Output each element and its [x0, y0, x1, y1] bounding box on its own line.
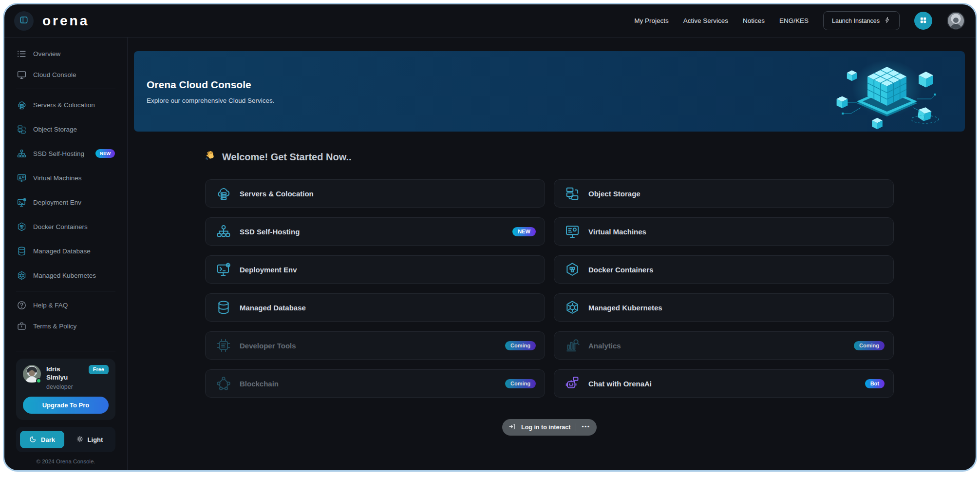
- sidebar-item-label: Deployment Env: [33, 199, 81, 206]
- kubernetes-icon: [564, 299, 581, 316]
- cloud-server-icon: [215, 185, 232, 202]
- top-navbar: orena My ProjectsActive ServicesNoticesE…: [4, 4, 976, 38]
- service-card-managed-database[interactable]: Managed Database: [205, 293, 545, 322]
- sidebar-item-label: Object Storage: [33, 126, 77, 133]
- service-card-virtual-machines[interactable]: Virtual Machines: [554, 217, 894, 246]
- sidebar-item-deployment-env[interactable]: Deployment Env: [16, 190, 115, 214]
- sidebar-avatar: [23, 365, 41, 383]
- sidebar-item-label: Help & FAQ: [33, 302, 68, 309]
- service-card-label: Developer Tools: [240, 342, 296, 350]
- ssd-nodes-icon: [215, 223, 232, 240]
- service-card-deployment-env[interactable]: Deployment Env: [205, 255, 545, 284]
- nav-links: My ProjectsActive ServicesNoticesENG/KES: [634, 17, 809, 24]
- service-card-chat-with-orenaai[interactable]: Chat with OrenaAiBot: [554, 369, 894, 398]
- service-card-label: Virtual Machines: [588, 228, 646, 236]
- theme-light-button[interactable]: Light: [67, 431, 112, 448]
- hero-banner: Orena Cloud Console Explore our comprehe…: [134, 51, 965, 132]
- service-card-label: Managed Database: [240, 304, 306, 312]
- copyright-text: © 2024 Orena Console.: [16, 459, 115, 464]
- robot-icon: [564, 375, 581, 392]
- more-options-icon[interactable]: •••: [582, 424, 590, 431]
- service-card-servers-colocation[interactable]: Servers & Colocation: [205, 179, 545, 208]
- pill-divider: [576, 423, 576, 431]
- sidebar-item-label: Docker Containers: [33, 223, 88, 230]
- nav-link-notices[interactable]: Notices: [743, 17, 765, 24]
- coming-badge: Coming: [854, 341, 885, 350]
- launch-instances-button[interactable]: Launch Instances: [823, 11, 900, 30]
- service-card-blockchain: BlockchainComing: [205, 369, 545, 398]
- orena-logo: orena: [42, 14, 89, 28]
- service-card-managed-kubernetes[interactable]: Managed Kubernetes: [554, 293, 894, 322]
- panel-toggle-icon: [19, 15, 29, 26]
- online-status-dot: [36, 378, 41, 383]
- service-card-label: Servers & Colocation: [240, 190, 314, 198]
- sidebar-item-label: Terms & Policy: [33, 323, 76, 330]
- service-card-label: Blockchain: [240, 380, 279, 388]
- service-card-label: Object Storage: [588, 190, 641, 198]
- sidebar-item-managed-database[interactable]: Managed Database: [16, 239, 115, 263]
- service-card-label: Chat with OrenaAi: [588, 380, 652, 388]
- cloud-server-icon: [16, 99, 27, 110]
- sidebar-toggle-button[interactable]: [14, 11, 34, 31]
- service-card-object-storage[interactable]: Object Storage: [554, 179, 894, 208]
- main-content: Orena Cloud Console Explore our comprehe…: [128, 38, 976, 470]
- service-card-docker-containers[interactable]: Docker Containers: [554, 255, 894, 284]
- deploy-icon: [215, 261, 232, 278]
- user-role: developer: [46, 383, 83, 390]
- docker-hex-icon: [564, 261, 581, 278]
- grid-icon: [919, 16, 927, 26]
- sidebar-item-overview[interactable]: Overview: [16, 43, 115, 64]
- welcome-heading: Welcome! Get Started Now..: [205, 150, 894, 164]
- sidebar-item-label: Servers & Colocation: [33, 101, 95, 109]
- sidebar-item-object-storage[interactable]: Object Storage: [16, 117, 115, 141]
- sidebar-item-help-faq[interactable]: Help & FAQ: [16, 295, 115, 316]
- coming-badge: Coming: [505, 379, 536, 388]
- wave-emoji-icon: [205, 150, 216, 164]
- sidebar-item-label: Overview: [33, 50, 60, 57]
- user-avatar[interactable]: [947, 12, 965, 30]
- sidebar-item-ssd-self-hosting[interactable]: SSD Self-HostingNEW: [16, 141, 115, 166]
- vm-icon: [16, 172, 27, 183]
- plan-badge: Free: [89, 365, 109, 374]
- sidebar-item-label: Cloud Console: [33, 71, 76, 78]
- sidebar: OverviewCloud Console Servers & Colocati…: [4, 38, 128, 470]
- nav-link-eng-kes[interactable]: ENG/KES: [779, 17, 809, 24]
- sidebar-item-label: SSD Self-Hosting: [33, 150, 84, 157]
- theme-dark-button[interactable]: Dark: [20, 431, 64, 448]
- nav-link-active-services[interactable]: Active Services: [683, 17, 728, 24]
- service-card-label: Analytics: [588, 342, 621, 350]
- storage-boxes-icon: [16, 124, 27, 134]
- service-card-label: Managed Kubernetes: [588, 304, 662, 312]
- sun-icon: [76, 435, 84, 444]
- welcome-text: Welcome! Get Started Now..: [222, 152, 352, 163]
- deploy-icon: [16, 197, 27, 208]
- sidebar-item-label: Managed Database: [33, 248, 91, 255]
- login-arrow-icon: [509, 423, 516, 432]
- sidebar-item-servers-colocation[interactable]: Servers & Colocation: [16, 93, 115, 117]
- new-badge: NEW: [512, 227, 536, 236]
- sidebar-item-managed-kubernetes[interactable]: Managed Kubernetes: [16, 263, 115, 287]
- blockchain-icon: [215, 375, 232, 392]
- service-card-developer-tools: Developer ToolsComing: [205, 331, 545, 360]
- sidebar-item-docker-containers[interactable]: Docker Containers: [16, 214, 115, 239]
- sidebar-item-terms-policy[interactable]: Terms & Policy: [16, 316, 115, 337]
- service-card-label: Deployment Env: [240, 266, 297, 274]
- isometric-cubes-illustration: [829, 53, 946, 132]
- sidebar-item-virtual-machines[interactable]: Virtual Machines: [16, 166, 115, 190]
- sidebar-item-cloud-console[interactable]: Cloud Console: [16, 64, 115, 85]
- service-card-analytics: AnalyticsComing: [554, 331, 894, 360]
- chip-icon: [215, 337, 232, 354]
- question-circle-icon: [16, 300, 27, 311]
- sidebar-divider: [16, 351, 115, 351]
- service-card-ssd-self-hosting[interactable]: SSD Self-HostingNEW: [205, 217, 545, 246]
- storage-boxes-icon: [564, 185, 581, 202]
- briefcase-icon: [16, 321, 27, 332]
- apps-grid-button[interactable]: [914, 12, 932, 30]
- ssd-nodes-icon: [16, 148, 27, 159]
- nav-link-my-projects[interactable]: My Projects: [634, 17, 669, 24]
- upgrade-to-pro-button[interactable]: Upgrade To Pro: [23, 397, 109, 414]
- monitor-icon: [16, 70, 27, 80]
- coming-badge: Coming: [505, 341, 536, 350]
- login-to-interact-pill[interactable]: Log in to interact •••: [502, 419, 597, 436]
- service-card-label: Docker Containers: [588, 266, 653, 274]
